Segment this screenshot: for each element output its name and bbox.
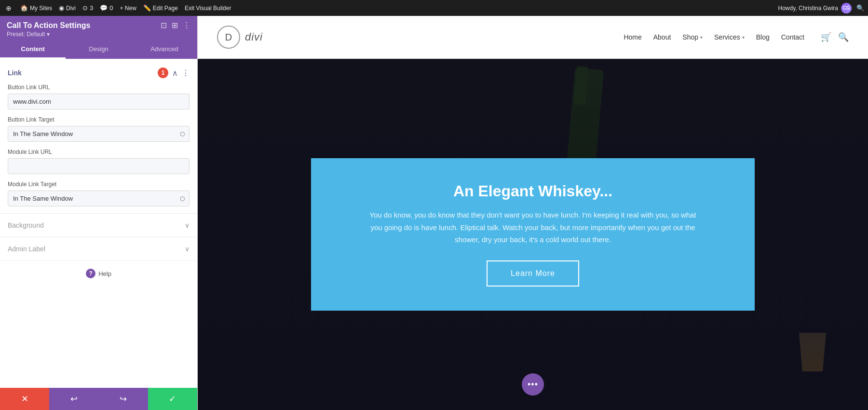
nav-item-home[interactable]: Home	[624, 33, 641, 41]
expand-icon[interactable]: ⊡	[161, 21, 167, 30]
edit-page-button[interactable]: ✏️ Edit Page	[143, 4, 178, 12]
cancel-icon: ✕	[21, 394, 28, 404]
site-nav: Home About Shop ▾ Services ▾ Blog Contac	[624, 32, 849, 42]
logo-d-letter: D	[225, 32, 232, 43]
split-view-icon[interactable]: ⊞	[172, 21, 178, 30]
preset-selector[interactable]: Preset: Default ▾	[7, 31, 190, 38]
divi-menu[interactable]: ◉ Divi	[59, 4, 76, 12]
panel-actions: ✕ ↩ ↪ ✓	[0, 388, 197, 410]
my-sites-menu[interactable]: 🏠 My Sites	[20, 4, 52, 12]
button-link-target-group: Button Link Target In The Same Window In…	[0, 116, 197, 149]
comment-icon: 💬	[100, 4, 108, 12]
module-link-target-wrapper: In The Same Window In The New Tab ⬡	[8, 191, 190, 206]
tab-advanced[interactable]: Advanced	[132, 41, 197, 59]
section-more-icon[interactable]: ⋮	[182, 68, 190, 78]
new-label[interactable]: + New	[120, 5, 136, 12]
nav-item-blog[interactable]: Blog	[756, 33, 770, 41]
nav-utility-icons: 🛒 🔍	[821, 32, 849, 42]
background-chevron-icon: ∨	[185, 221, 190, 229]
services-dropdown-icon: ▾	[742, 35, 745, 40]
module-link-target-select[interactable]: In The Same Window In The New Tab	[8, 191, 190, 206]
howdy-label: Howdy, Christina Gwira	[778, 5, 838, 12]
section-collapse-icon[interactable]: ∧	[172, 68, 178, 78]
new-menu[interactable]: + New	[120, 5, 136, 12]
undo-icon: ↩	[70, 394, 78, 404]
admin-label-section: Admin Label ∨	[0, 237, 197, 260]
link-section-title: Link	[8, 69, 22, 77]
logo-text: divi	[245, 31, 263, 43]
module-link-url-label: Module Link URL	[8, 149, 190, 155]
main-layout: Call To Action Settings ⊡ ⊞ ⋮ Preset: De…	[0, 16, 868, 410]
background-section-header[interactable]: Background ∨	[0, 214, 197, 237]
button-link-target-select[interactable]: In The Same Window In The New Tab	[8, 126, 190, 142]
comments-menu[interactable]: 💬 0	[100, 4, 113, 12]
panel-header: Call To Action Settings ⊡ ⊞ ⋮ Preset: De…	[0, 16, 197, 41]
cta-description: You do know, you do know that they don't…	[364, 209, 702, 246]
help-button[interactable]: ? Help	[86, 269, 111, 278]
logo-circle-icon: D	[217, 26, 240, 49]
nav-item-shop[interactable]: Shop ▾	[682, 33, 703, 41]
redo-button[interactable]: ↪	[99, 388, 148, 410]
undo-button[interactable]: ↩	[49, 388, 98, 410]
module-link-url-group: Module Link URL	[0, 149, 197, 181]
module-link-target-label: Module Link Target	[8, 181, 190, 188]
save-icon: ✓	[169, 394, 176, 404]
user-avatar: CG	[841, 3, 852, 14]
wp-admin-bar: ⊕ 🏠 My Sites ◉ Divi ⊙ 3 💬 0 + New ✏️ Edi…	[0, 0, 868, 16]
panel-title: Call To Action Settings	[7, 21, 90, 30]
panel-tabs: Content Design Advanced	[0, 41, 197, 59]
nav-item-services[interactable]: Services ▾	[714, 33, 745, 41]
house-icon: 🏠	[20, 4, 28, 12]
tab-content[interactable]: Content	[0, 41, 66, 59]
website-preview: D divi Home About Shop ▾ Services ▾	[198, 16, 868, 410]
search-nav-icon[interactable]: 🔍	[838, 32, 849, 42]
cancel-button[interactable]: ✕	[0, 388, 49, 410]
more-options-icon[interactable]: ⋮	[183, 21, 190, 30]
admin-label-section-header[interactable]: Admin Label ∨	[0, 237, 197, 260]
learn-more-button[interactable]: Learn More	[487, 260, 579, 287]
site-logo: D divi	[217, 26, 263, 49]
redo-icon: ↪	[120, 394, 127, 404]
nav-item-contact[interactable]: Contact	[781, 33, 804, 41]
pencil-icon: ✏️	[143, 4, 151, 12]
cta-title: An Elegant Whiskey...	[340, 182, 726, 200]
cart-icon[interactable]: 🛒	[821, 32, 831, 42]
background-section: Background ∨	[0, 213, 197, 237]
module-link-target-group: Module Link Target In The Same Window In…	[0, 181, 197, 213]
edit-page-label[interactable]: Edit Page	[153, 5, 178, 12]
button-link-url-group: Button Link URL	[0, 84, 197, 116]
save-button[interactable]: ✓	[148, 388, 197, 410]
divi-label[interactable]: Divi	[66, 5, 76, 12]
button-link-url-label: Button Link URL	[8, 84, 190, 91]
preset-dropdown-icon: ▾	[47, 31, 50, 38]
admin-label-chevron-icon: ∨	[185, 245, 190, 253]
nav-item-about[interactable]: About	[653, 33, 671, 41]
exit-builder-label[interactable]: Exit Visual Builder	[185, 5, 231, 12]
updates-menu[interactable]: ⊙ 3	[82, 4, 93, 12]
panel-body: Link 1 ∧ ⋮ Button Link URL Button Link T…	[0, 59, 197, 388]
button-link-target-wrapper: In The Same Window In The New Tab ⬡	[8, 126, 190, 142]
circle-icon: ⊙	[82, 4, 88, 12]
help-question-icon: ?	[86, 269, 95, 278]
background-label: Background	[8, 221, 44, 229]
howdy-section: Howdy, Christina Gwira CG	[778, 3, 852, 14]
my-sites-label[interactable]: My Sites	[30, 5, 52, 12]
link-badge: 1	[158, 68, 168, 78]
preset-label: Preset: Default	[7, 31, 45, 38]
admin-search-icon[interactable]: 🔍	[856, 4, 864, 12]
button-link-target-label: Button Link Target	[8, 116, 190, 123]
comments-count: 0	[109, 4, 113, 12]
button-link-url-input[interactable]	[8, 94, 190, 109]
help-section: ? Help	[0, 260, 197, 286]
shop-dropdown-icon: ▾	[700, 35, 703, 40]
wp-logo-button[interactable]: ⊕	[4, 3, 14, 13]
cta-box: An Elegant Whiskey... You do know, you d…	[311, 158, 755, 311]
floating-dots-button[interactable]: •••	[522, 373, 544, 396]
exit-builder-button[interactable]: Exit Visual Builder	[185, 5, 231, 12]
link-section-header[interactable]: Link 1 ∧ ⋮	[0, 59, 197, 84]
settings-panel: Call To Action Settings ⊡ ⊞ ⋮ Preset: De…	[0, 16, 198, 410]
module-link-url-input[interactable]	[8, 158, 190, 174]
hero-area: An Elegant Whiskey... You do know, you d…	[198, 59, 868, 410]
site-header: D divi Home About Shop ▾ Services ▾	[198, 16, 868, 59]
tab-design[interactable]: Design	[66, 41, 131, 59]
